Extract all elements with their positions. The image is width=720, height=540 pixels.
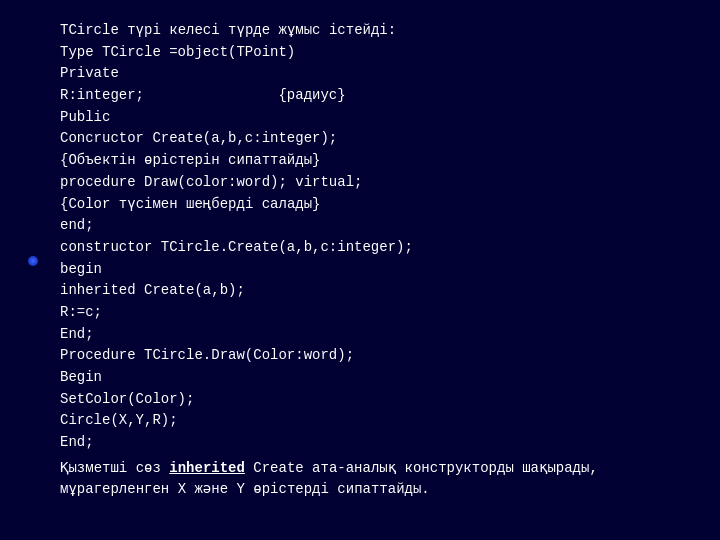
code-line-3: Private <box>60 63 690 85</box>
code-line-20: End; <box>60 432 690 454</box>
code-line-15: End; <box>60 324 690 346</box>
bottom-paragraph: Қызметші сөз inherited Create ата-аналық… <box>60 458 690 501</box>
bottom-second-line: мұрагерленген X және Y өрістерді сипатта… <box>60 481 430 497</box>
code-line-19: Circle(X,Y,R); <box>60 410 690 432</box>
code-line-4: R:integer; {радиус} <box>60 85 690 107</box>
code-line-2: Type TCircle =object(TPoint) <box>60 42 690 64</box>
bullet-dot <box>28 256 38 266</box>
code-line-6: Concructor Create(a,b,c:integer); <box>60 128 690 150</box>
code-line-10: end; <box>60 215 690 237</box>
code-line-5: Public <box>60 107 690 129</box>
code-line-1: TCircle түрі келесі түрде жұмыс істейді: <box>60 20 690 42</box>
code-line-12: begin <box>60 259 690 281</box>
main-content: TCircle түрі келесі түрде жұмыс істейді:… <box>0 0 720 521</box>
bottom-prefix: Қызметші сөз <box>60 460 169 476</box>
code-line-8: procedure Draw(color:word); virtual; <box>60 172 690 194</box>
code-line-14: R:=c; <box>60 302 690 324</box>
bottom-middle: Create ата-аналық конструкторды шақырады… <box>245 460 598 476</box>
code-line-18: SetColor(Color); <box>60 389 690 411</box>
code-line-9: {Color түсімен шеңберді салады} <box>60 194 690 216</box>
code-line-13: inherited Create(a,b); <box>60 280 690 302</box>
code-line-17: Begin <box>60 367 690 389</box>
code-line-16: Procedure TCircle.Draw(Color:word); <box>60 345 690 367</box>
code-line-11: constructor TCircle.Create(a,b,c:integer… <box>60 237 690 259</box>
inherited-keyword: inherited <box>169 460 245 476</box>
code-line-7: {Объектін өрістерін сипаттайды} <box>60 150 690 172</box>
